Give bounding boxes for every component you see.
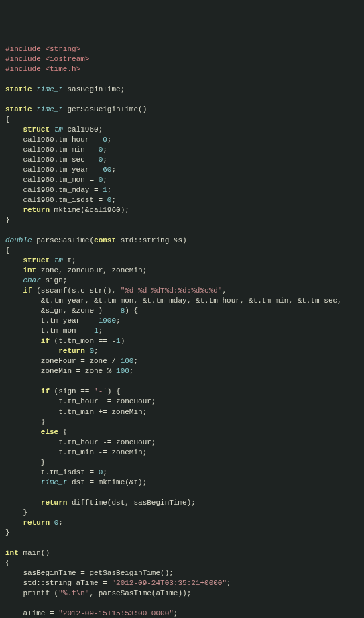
code-token: cal1960.tm_year = (5, 166, 103, 174)
code-token: ; (94, 347, 99, 355)
code-token: cal1960.tm_hour = (5, 136, 103, 144)
code-token: ; (107, 186, 112, 194)
code-token: 1900 (99, 317, 116, 325)
code-token: int (5, 549, 19, 557)
code-line (5, 74, 359, 85)
code-token: static (5, 85, 32, 93)
code-line (5, 376, 359, 387)
code-token: tm (54, 256, 63, 264)
code-token: ; (133, 357, 138, 365)
code-token: tm (54, 125, 63, 134)
code-token: #include (5, 65, 41, 73)
code-token (5, 287, 23, 295)
code-token: cal1960.tm_min = (5, 146, 99, 154)
code-token: <string> (45, 45, 80, 53)
code-token: return (23, 206, 50, 214)
code-token: ; (111, 166, 116, 174)
code-token (5, 478, 41, 486)
code-token: t.tm_year -= (5, 317, 99, 325)
code-line: char sign; (5, 276, 359, 286)
code-token: double (5, 236, 32, 244)
code-token: difftime(dst, sasBeginTime); (67, 499, 195, 507)
code-line: } (5, 215, 359, 225)
code-line: t.tm_year -= 1900; (5, 316, 359, 326)
code-token (5, 125, 23, 134)
code-line (5, 225, 359, 236)
code-token: ; (227, 579, 231, 587)
code-line: struct tm t; (5, 256, 359, 266)
code-line: &t.tm_year, &t.tm_mon, &t.tm_mday, &t.tm… (5, 296, 359, 306)
code-token: ; (103, 156, 107, 164)
code-token: main() (19, 549, 50, 557)
code-line: #include <time.h> (5, 64, 359, 74)
code-token: 100 (116, 367, 129, 375)
code-token: zoneHour = zone / (5, 357, 121, 365)
code-token: int (23, 266, 36, 274)
code-token: 1 (103, 186, 107, 194)
code-token: "2012-09-24T03:35:21+0000" (111, 579, 227, 587)
code-token: 1 (116, 337, 121, 345)
code-token: ) { (107, 387, 121, 395)
code-line: cal1960.tm_min = 0; (5, 145, 359, 155)
code-line: cal1960.tm_hour = 0; (5, 135, 359, 145)
code-token: ; (103, 176, 107, 184)
code-token: 1 (94, 327, 99, 335)
code-token: struct (23, 256, 50, 264)
code-token: sasBeginTime = getSasBeiginTime(); (5, 569, 174, 577)
code-line: t.tm_min += zoneMin; (5, 407, 359, 417)
code-line: return 0; (5, 518, 359, 528)
code-token (5, 337, 41, 345)
code-token: "%.f\n" (58, 589, 89, 597)
code-line: t.tm_hour += zoneHour; (5, 397, 359, 407)
code-token: } (5, 509, 27, 517)
code-token: ; (129, 367, 134, 375)
code-token: } (5, 529, 10, 537)
code-token: cal1960; (63, 125, 103, 134)
code-line: static time_t sasBeginTime; (5, 85, 359, 95)
code-line: if (t.tm_mon == -1) (5, 336, 359, 346)
code-line: } (5, 417, 359, 427)
code-token: return (23, 519, 50, 527)
code-line: struct tm cal1960; (5, 125, 359, 135)
code-token: printf ( (5, 589, 58, 597)
code-line: if (sign == '-') { (5, 387, 359, 397)
code-token (5, 206, 23, 214)
code-token: 60 (103, 166, 111, 174)
code-token: ; (174, 609, 178, 617)
code-token (50, 519, 54, 527)
code-line: } (5, 508, 359, 518)
code-token: t.tm_min += zoneMin; (5, 408, 147, 416)
code-token: (sscanf(s.c_str(), (32, 287, 121, 295)
code-line: printf ("%.f\n", parseSasTime(aTime)); (5, 588, 359, 599)
code-token: { (5, 115, 10, 123)
code-token: struct (23, 125, 50, 134)
code-token: 0 (103, 136, 107, 144)
code-line: return 0; (5, 346, 359, 356)
code-line: } (5, 528, 359, 538)
code-token: 100 (121, 357, 134, 365)
code-token: <iostream> (45, 55, 89, 63)
code-token: std::string &s) (116, 236, 187, 244)
code-line: t.tm_hour -= zoneHour; (5, 437, 359, 448)
code-token: ; (107, 136, 112, 144)
code-token (5, 519, 23, 527)
code-token (5, 499, 41, 507)
code-token: cal1960.tm_sec = (5, 156, 99, 164)
code-line: else { (5, 427, 359, 437)
code-token: cal1960.tm_mday = (5, 186, 103, 194)
code-token (5, 276, 23, 285)
code-token: { (5, 246, 10, 254)
code-token: return (41, 499, 68, 507)
code-line: zoneMin = zone % 100; (5, 366, 359, 376)
code-token: t.tm_isdst = (5, 468, 99, 476)
code-line: t.tm_isdst = 0; (5, 468, 359, 478)
code-line (5, 599, 359, 609)
code-token: '-' (94, 387, 107, 395)
code-token: ) (121, 337, 125, 345)
code-token: ; (103, 146, 107, 154)
code-token (50, 125, 54, 134)
code-token: t.tm_min -= zoneMin; (5, 448, 147, 456)
code-token: cal1960.tm_mon = (5, 176, 99, 184)
code-token: t.tm_hour += zoneHour; (5, 397, 156, 405)
code-editor[interactable]: #include <string>#include <iostream>#inc… (5, 44, 359, 618)
